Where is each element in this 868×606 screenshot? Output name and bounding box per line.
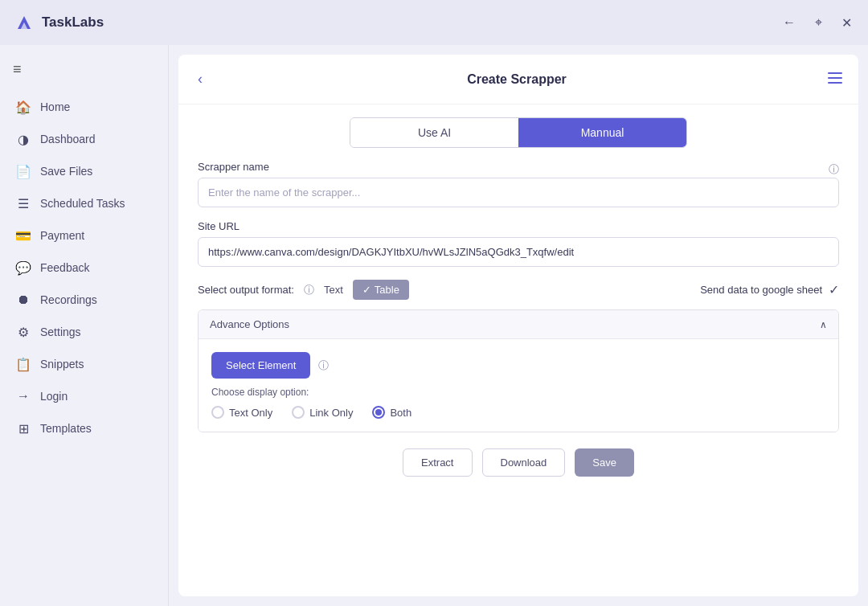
advance-options-section: Advance Options ∧ Select Element ⓘ Choos… bbox=[198, 309, 839, 432]
format-table-btn[interactable]: ✓ Table bbox=[353, 280, 409, 300]
close-window-btn[interactable]: ✕ bbox=[838, 12, 855, 34]
title-bar-controls: ← ⌖ ✕ bbox=[780, 12, 855, 34]
sidebar-label-settings: Settings bbox=[40, 326, 81, 338]
check-mark-small: ✓ bbox=[362, 284, 371, 296]
sidebar-item-recordings[interactable]: ⏺ Recordings bbox=[0, 284, 168, 316]
content-header: ‹ Create Scrapper bbox=[178, 55, 858, 104]
sidebar-icon-save-files: 📄 bbox=[16, 164, 31, 178]
advance-chevron-icon: ∧ bbox=[820, 319, 827, 330]
sidebar-item-home[interactable]: 🏠 Home bbox=[0, 91, 168, 123]
sidebar-icon-dashboard: ◑ bbox=[16, 132, 31, 146]
sidebar-icon-scheduled-tasks: ☰ bbox=[16, 196, 31, 211]
tab-use-ai[interactable]: Use AI bbox=[350, 118, 518, 147]
app-title: TaskLabs bbox=[42, 14, 104, 31]
select-element-btn[interactable]: Select Element bbox=[211, 352, 310, 379]
scrapper-name-label-row: Scrapper name ⓘ bbox=[198, 161, 839, 178]
scrapper-name-input[interactable] bbox=[198, 178, 839, 207]
svg-rect-2 bbox=[828, 72, 842, 74]
list-lines-icon bbox=[828, 72, 842, 84]
form-area: Scrapper name ⓘ Site URL Select output f… bbox=[178, 161, 858, 596]
sidebar-icon-templates: ⊞ bbox=[16, 421, 31, 436]
radio-text-only[interactable]: Text Only bbox=[211, 406, 272, 419]
sidebar-item-payment[interactable]: 💳 Payment bbox=[0, 219, 168, 252]
sidebar-item-login[interactable]: → Login bbox=[0, 380, 168, 412]
radio-link-only-circle bbox=[292, 406, 305, 419]
advance-options-label: Advance Options bbox=[210, 318, 289, 330]
title-bar-left: TaskLabs bbox=[13, 11, 104, 34]
sidebar-item-templates[interactable]: ⊞ Templates bbox=[0, 412, 168, 444]
sidebar-label-save-files: Save Files bbox=[40, 165, 92, 178]
format-label: Select output format: bbox=[198, 284, 294, 296]
advance-options-header[interactable]: Advance Options ∧ bbox=[199, 310, 838, 338]
sidebar-icon-feedback: 💬 bbox=[16, 260, 31, 275]
sidebar-icon-login: → bbox=[16, 389, 31, 403]
radio-both-label: Both bbox=[390, 407, 411, 419]
site-url-field: Site URL bbox=[198, 220, 839, 267]
sidebar-label-templates: Templates bbox=[40, 422, 92, 435]
content-list-icon-btn[interactable] bbox=[828, 71, 842, 88]
menu-toggle[interactable]: ≡ bbox=[0, 55, 168, 91]
sidebar-label-feedback: Feedback bbox=[40, 261, 89, 274]
app-logo bbox=[13, 11, 35, 34]
radio-text-only-circle bbox=[211, 406, 224, 419]
title-bar: TaskLabs ← ⌖ ✕ bbox=[0, 0, 868, 45]
sidebar-label-home: Home bbox=[40, 100, 70, 113]
sidebar-label-snippets: Snippets bbox=[40, 358, 84, 371]
radio-link-only-label: Link Only bbox=[309, 407, 353, 419]
google-sheet-check-icon[interactable]: ✓ bbox=[829, 282, 839, 297]
content-back-btn[interactable]: ‹ bbox=[194, 68, 206, 91]
sidebar-icon-snippets: 📋 bbox=[16, 357, 31, 371]
advance-options-body: Select Element ⓘ Choose display option: … bbox=[199, 338, 838, 432]
svg-rect-4 bbox=[828, 82, 842, 84]
sidebar-item-scheduled-tasks[interactable]: ☰ Scheduled Tasks bbox=[0, 187, 168, 219]
sidebar-item-save-files[interactable]: 📄 Save Files bbox=[0, 155, 168, 187]
sidebar-icon-payment: 💳 bbox=[16, 228, 31, 243]
sidebar-icon-home: 🏠 bbox=[16, 100, 31, 114]
save-btn[interactable]: Save bbox=[575, 448, 634, 477]
svg-rect-3 bbox=[828, 77, 842, 79]
radio-both[interactable]: Both bbox=[372, 406, 411, 419]
scrapper-name-field: Scrapper name ⓘ bbox=[198, 161, 839, 207]
format-left: Select output format: ⓘ Text ✓ Table bbox=[198, 280, 409, 300]
sidebar-item-settings[interactable]: ⚙ Settings bbox=[0, 316, 168, 348]
radio-group: Text Only Link Only Both bbox=[211, 406, 825, 419]
site-url-input[interactable] bbox=[198, 237, 839, 267]
output-format-row: Select output format: ⓘ Text ✓ Table Sen… bbox=[198, 280, 839, 300]
google-sheet-label: Send data to google sheet bbox=[700, 284, 822, 296]
download-btn[interactable]: Download bbox=[482, 448, 566, 477]
scrapper-name-info-icon[interactable]: ⓘ bbox=[829, 162, 839, 177]
format-right: Send data to google sheet ✓ bbox=[700, 282, 839, 297]
format-text-option[interactable]: Text bbox=[324, 284, 343, 296]
sidebar-icon-settings: ⚙ bbox=[16, 325, 31, 339]
radio-both-circle bbox=[372, 406, 385, 419]
sidebar-label-login: Login bbox=[40, 390, 68, 403]
content-title: Create Scrapper bbox=[467, 72, 567, 87]
scrapper-name-label: Scrapper name bbox=[198, 161, 269, 173]
pin-window-btn[interactable]: ⌖ bbox=[812, 12, 825, 33]
tab-switcher: Use AI Mannual bbox=[350, 117, 687, 148]
format-table-label: Table bbox=[375, 284, 399, 296]
sidebar: ≡ 🏠 Home ◑ Dashboard 📄 Save Files ☰ Sche… bbox=[0, 45, 169, 606]
radio-text-only-label: Text Only bbox=[229, 407, 272, 419]
sidebar-label-dashboard: Dashboard bbox=[40, 133, 96, 145]
sidebar-item-feedback[interactable]: 💬 Feedback bbox=[0, 252, 168, 284]
sidebar-label-payment: Payment bbox=[40, 229, 84, 242]
display-option-label: Choose display option: bbox=[211, 387, 825, 398]
back-window-btn[interactable]: ← bbox=[780, 12, 799, 33]
sidebar-item-dashboard[interactable]: ◑ Dashboard bbox=[0, 123, 168, 155]
main-layout: ≡ 🏠 Home ◑ Dashboard 📄 Save Files ☰ Sche… bbox=[0, 45, 868, 606]
sidebar-label-recordings: Recordings bbox=[40, 293, 97, 306]
sidebar-icon-recordings: ⏺ bbox=[16, 293, 31, 307]
content-area: ‹ Create Scrapper Use AI Mannual bbox=[178, 55, 858, 596]
format-info-icon[interactable]: ⓘ bbox=[304, 283, 314, 297]
sidebar-item-snippets[interactable]: 📋 Snippets bbox=[0, 348, 168, 380]
select-element-info-icon[interactable]: ⓘ bbox=[318, 358, 329, 373]
action-buttons: Extract Download Save bbox=[198, 448, 839, 477]
site-url-label: Site URL bbox=[198, 220, 839, 232]
radio-link-only[interactable]: Link Only bbox=[292, 406, 353, 419]
sidebar-label-scheduled-tasks: Scheduled Tasks bbox=[40, 197, 125, 210]
tab-manual[interactable]: Mannual bbox=[518, 118, 686, 147]
extract-btn[interactable]: Extract bbox=[403, 448, 472, 477]
select-element-row: Select Element ⓘ bbox=[211, 352, 825, 379]
